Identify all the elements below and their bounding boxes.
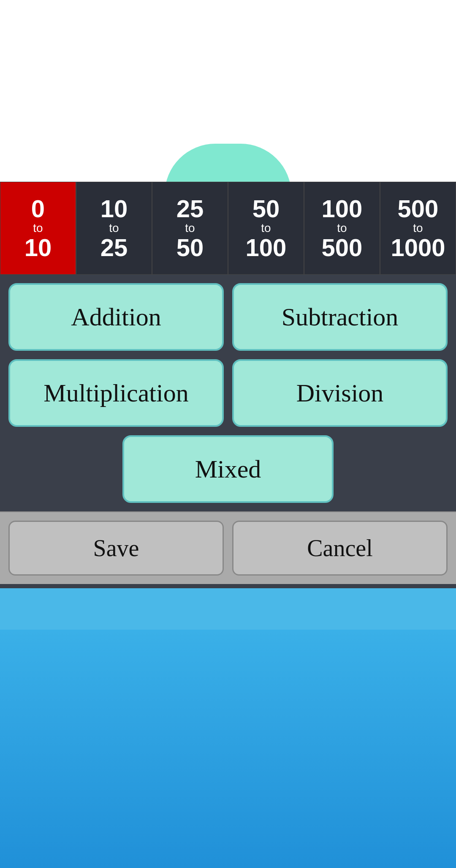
range-to-1: to (109, 221, 119, 235)
range-to-4: to (337, 221, 347, 235)
range-item-500-1000[interactable]: 500 to 1000 (380, 182, 456, 275)
range-to-5: to (413, 221, 423, 235)
save-cancel-row: Save Cancel (0, 511, 456, 584)
range-top-0: 0 (31, 197, 45, 221)
main-panel: 0 to 10 10 to 25 25 to 50 50 to 100 100 … (0, 182, 456, 588)
range-bottom-1000: 1000 (391, 235, 445, 260)
range-top-50: 50 (252, 197, 280, 221)
ops-row-2: Multiplication Division (8, 359, 448, 427)
range-top-25: 25 (176, 197, 204, 221)
range-bottom-25: 25 (100, 235, 128, 260)
range-top-500: 500 (398, 197, 439, 221)
range-item-100-500[interactable]: 100 to 500 (304, 182, 380, 275)
save-button[interactable]: Save (8, 521, 224, 576)
multiplication-button[interactable]: Multiplication (8, 359, 224, 427)
range-item-50-100[interactable]: 50 to 100 (228, 182, 304, 275)
ops-row-center: Mixed (8, 435, 448, 503)
range-bottom-100: 100 (246, 235, 287, 260)
range-to-2: to (185, 221, 195, 235)
range-top-10: 10 (100, 197, 128, 221)
range-to-3: to (261, 221, 271, 235)
range-top-100: 100 (322, 197, 363, 221)
range-item-10-25[interactable]: 10 to 25 (76, 182, 152, 275)
range-bottom-10: 10 (24, 235, 52, 260)
range-item-25-50[interactable]: 25 to 50 (152, 182, 228, 275)
range-to-0: to (33, 221, 43, 235)
ops-grid: Addition Subtraction Multiplication Divi… (0, 275, 456, 511)
range-bottom-50: 50 (176, 235, 204, 260)
blue-bottom (0, 630, 456, 868)
cancel-button[interactable]: Cancel (232, 521, 448, 576)
subtraction-button[interactable]: Subtraction (232, 283, 448, 351)
ops-row-1: Addition Subtraction (8, 283, 448, 351)
division-button[interactable]: Division (232, 359, 448, 427)
range-selector: 0 to 10 10 to 25 25 to 50 50 to 100 100 … (0, 182, 456, 275)
addition-button[interactable]: Addition (8, 283, 224, 351)
mixed-button[interactable]: Mixed (122, 435, 334, 503)
range-bottom-500: 500 (322, 235, 363, 260)
range-item-0-10[interactable]: 0 to 10 (0, 182, 76, 275)
